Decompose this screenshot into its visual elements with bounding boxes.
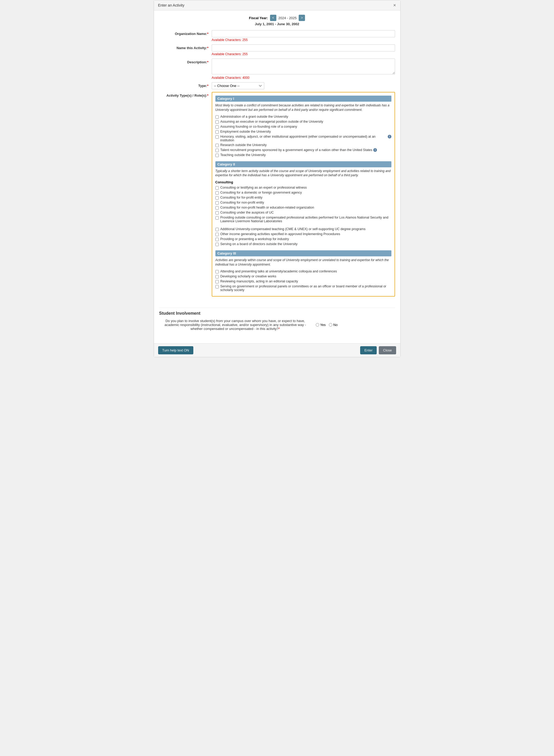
student-yes-radio[interactable]	[316, 323, 319, 327]
checkbox-input[interactable]	[215, 233, 219, 236]
category-2-header: Category II	[215, 161, 391, 167]
consulting-header: Consulting	[215, 180, 391, 184]
checkbox-input[interactable]	[215, 216, 219, 220]
list-item: Attending and presenting talks at univer…	[215, 270, 391, 274]
modal-footer: Turn help text ON Enter Close	[154, 343, 400, 357]
activity-name-row: Name this Activity:* Available Character…	[159, 44, 395, 56]
checkbox-input[interactable]	[215, 196, 219, 199]
checkbox-input[interactable]	[215, 186, 219, 190]
student-involvement-section: Student Involvement Do you plan to invol…	[154, 308, 400, 331]
description-avail-chars: Available Characters: 4000	[212, 76, 395, 79]
list-item: Employment outside the University	[215, 130, 391, 134]
fiscal-year-next-button[interactable]: >	[299, 15, 305, 21]
student-radios: Yes No	[316, 323, 338, 327]
enter-button[interactable]: Enter	[360, 346, 377, 354]
modal-header: Enter an Activity ×	[154, 0, 400, 10]
activity-name-label: Name this Activity:*	[159, 44, 212, 50]
student-no-option[interactable]: No	[329, 323, 338, 327]
student-involvement-header: Student Involvement	[159, 308, 395, 316]
modal-close-button[interactable]: ×	[393, 3, 396, 8]
list-item: Consulting for for-profit entity	[215, 196, 391, 199]
activity-types-row: Activity Type(s) / Role(s):* Category I …	[159, 92, 395, 297]
checkbox-input[interactable]	[215, 115, 219, 119]
checkbox-input[interactable]	[215, 125, 219, 129]
fiscal-year-section: Fiscal Year: < 2024 - 2025 > July 1, 200…	[159, 15, 395, 26]
fiscal-year-value: 2024 - 2025	[278, 16, 296, 20]
description-label: Description:*	[159, 59, 212, 64]
org-name-avail-chars: Available Characters: 255	[212, 38, 395, 42]
description-textarea[interactable]	[212, 59, 395, 74]
activity-name-input[interactable]	[212, 44, 395, 52]
type-wrap: -- Choose One --	[212, 82, 395, 89]
student-yes-option[interactable]: Yes	[316, 323, 326, 327]
footer-right-buttons: Enter Close	[360, 346, 396, 354]
modal-title: Enter an Activity	[158, 3, 184, 7]
list-item: Assuming an executive or managerial posi…	[215, 120, 391, 124]
checkbox-input[interactable]	[215, 206, 219, 210]
help-text-button[interactable]: Turn help text ON	[158, 346, 193, 354]
category-1-items: Administration of a grant outside the Un…	[215, 115, 391, 157]
category-3-desc: Activities are generally within course a…	[215, 258, 391, 267]
checkbox-input[interactable]	[215, 285, 219, 288]
modal-container: Enter an Activity × Fiscal Year: < 2024 …	[154, 0, 401, 357]
category-1-desc: Most likely to create a conflict of comm…	[215, 103, 391, 112]
info-icon[interactable]: i	[388, 135, 391, 138]
org-name-input[interactable]	[212, 30, 395, 37]
category-2-consulting-items: Consulting or testifying as an expert or…	[215, 186, 391, 223]
list-item: Honorary, visiting, adjunct, or other in…	[215, 135, 391, 142]
checkbox-input[interactable]	[215, 201, 219, 205]
list-item: Consulting or testifying as an expert or…	[215, 186, 391, 190]
list-item: Research outside the University	[215, 143, 391, 147]
list-item: Administration of a grant outside the Un…	[215, 115, 391, 119]
list-item: Serving on a board of directors outside …	[215, 242, 391, 246]
fiscal-date-range: July 1, 2001 - June 30, 2002	[159, 22, 395, 26]
org-name-wrap: Available Characters: 255	[212, 30, 395, 42]
activity-name-wrap: Available Characters: 255	[212, 44, 395, 56]
type-label: Type:*	[159, 82, 212, 88]
checkbox-input[interactable]	[215, 154, 219, 157]
list-item: Consulting under the auspices of UC	[215, 211, 391, 215]
checkbox-input[interactable]	[215, 135, 219, 139]
category-1-header: Category I	[215, 96, 391, 102]
fiscal-year-row: Fiscal Year: < 2024 - 2025 >	[159, 15, 395, 21]
list-item: Other income generating activities speci…	[215, 232, 391, 236]
org-name-row: Organization Name:* Available Characters…	[159, 30, 395, 42]
checkbox-input[interactable]	[215, 275, 219, 279]
activity-types-box: Category I Most likely to create a confl…	[212, 92, 395, 297]
checkbox-input[interactable]	[215, 149, 219, 152]
checkbox-input[interactable]	[215, 144, 219, 147]
list-item: Talent recruitment programs sponsored by…	[215, 148, 391, 152]
activity-types-label: Activity Type(s) / Role(s):*	[159, 92, 212, 98]
checkbox-input[interactable]	[215, 120, 219, 124]
org-name-label: Organization Name:*	[159, 30, 212, 36]
list-item: Assuming founding or co-founding role of…	[215, 125, 391, 129]
list-item: Consulting for a domestic or foreign gov…	[215, 191, 391, 195]
list-item: Providing outside consulting or compensa…	[215, 216, 391, 223]
list-item: Developing scholarly or creative works	[215, 275, 391, 279]
category-2-other-items: Additional University-compensated teachi…	[215, 227, 391, 246]
checkbox-input[interactable]	[215, 228, 219, 231]
activity-name-avail-chars: Available Characters: 255	[212, 52, 395, 56]
checkbox-input[interactable]	[215, 211, 219, 215]
checkbox-input[interactable]	[215, 238, 219, 241]
type-select[interactable]: -- Choose One --	[212, 82, 264, 89]
checkbox-input[interactable]	[215, 243, 219, 246]
checkbox-input[interactable]	[215, 191, 219, 195]
list-item: Providing or presenting a workshop for i…	[215, 237, 391, 241]
type-row: Type:* -- Choose One --	[159, 82, 395, 89]
list-item: Additional University-compensated teachi…	[215, 227, 391, 231]
close-button[interactable]: Close	[379, 346, 396, 354]
fiscal-year-prev-button[interactable]: <	[270, 15, 276, 21]
checkbox-input[interactable]	[215, 130, 219, 134]
student-no-radio[interactable]	[329, 323, 332, 327]
info-icon[interactable]: i	[373, 148, 377, 152]
list-item: Consulting for non-profit health or educ…	[215, 206, 391, 210]
checkbox-input[interactable]	[215, 280, 219, 283]
list-item: Serving on government or professional pa…	[215, 285, 391, 292]
list-item: Teaching outside the University	[215, 153, 391, 157]
checkbox-input[interactable]	[215, 270, 219, 274]
category-3-header: Category III	[215, 250, 391, 256]
fiscal-year-label: Fiscal Year:	[249, 16, 268, 20]
description-wrap: Available Characters: 4000	[212, 59, 395, 79]
category-3-items: Attending and presenting talks at univer…	[215, 270, 391, 292]
